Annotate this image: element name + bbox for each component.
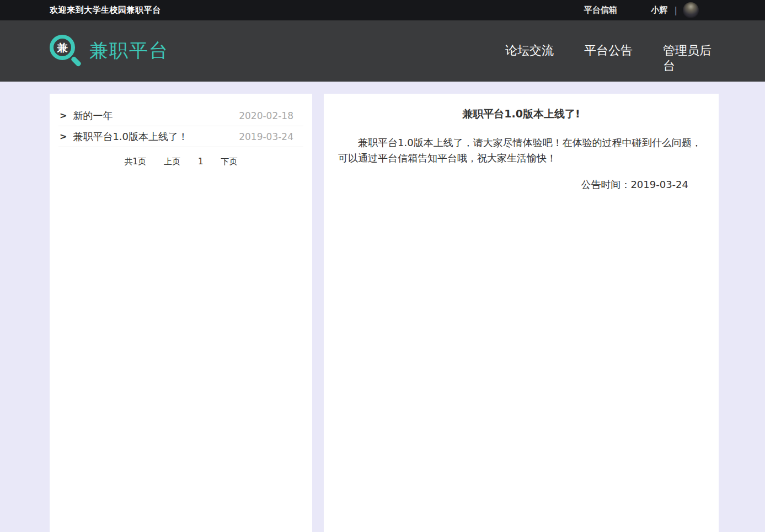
notice-title[interactable]: 兼职平台1.0版本上线了！ bbox=[73, 130, 188, 143]
announcement-time-label: 公告时间： bbox=[581, 179, 630, 190]
magnifier-lens: 兼 bbox=[50, 35, 75, 60]
user-avatar[interactable] bbox=[683, 2, 699, 18]
topbar-user-area: 平台信箱 小辉 | bbox=[584, 2, 699, 18]
announcement-body: 兼职平台1.0版本上线了，请大家尽情体验吧！在体验的过程中碰到什么问题，可以通过… bbox=[338, 135, 704, 166]
notice-date: 2019-03-24 bbox=[239, 131, 293, 142]
announcement-time-value: 2019-03-24 bbox=[630, 179, 688, 190]
notice-list-item[interactable]: > 新的一年 2020-02-18 bbox=[58, 105, 303, 126]
notice-list-item[interactable]: > 兼职平台1.0版本上线了！ 2019-03-24 bbox=[58, 126, 303, 147]
nav-forum[interactable]: 论坛交流 bbox=[505, 43, 558, 58]
announcement-title: 兼职平台1.0版本上线了! bbox=[338, 107, 704, 121]
nav-admin-backend[interactable]: 管理员后台 bbox=[663, 43, 715, 74]
username-link[interactable]: 小辉 bbox=[651, 5, 668, 15]
prev-page-link[interactable]: 上页 bbox=[164, 157, 180, 167]
site-header: 兼 兼职平台 论坛交流 平台公告 管理员后台 bbox=[0, 20, 765, 82]
chevron-right-icon: > bbox=[60, 131, 67, 142]
next-page-link[interactable]: 下页 bbox=[221, 157, 238, 167]
welcome-text: 欢迎来到大学生校园兼职平台 bbox=[50, 5, 161, 15]
notice-title[interactable]: 新的一年 bbox=[73, 109, 113, 122]
main-content: > 新的一年 2020-02-18 > 兼职平台1.0版本上线了！ 2019-0… bbox=[0, 82, 765, 532]
chevron-right-icon: > bbox=[60, 110, 67, 121]
magnifier-handle bbox=[71, 56, 82, 67]
announcement-time: 公告时间：2019-03-24 bbox=[338, 178, 704, 191]
page-total-label: 共1页 bbox=[124, 157, 146, 167]
topbar-divider: | bbox=[675, 5, 677, 15]
notice-date: 2020-02-18 bbox=[239, 110, 293, 121]
pagination: 共1页 上页 1 下页 bbox=[58, 157, 303, 167]
notice-list-panel: > 新的一年 2020-02-18 > 兼职平台1.0版本上线了！ 2019-0… bbox=[50, 94, 312, 532]
site-logo[interactable]: 兼 兼职平台 bbox=[50, 33, 169, 69]
logo-text: 兼职平台 bbox=[89, 38, 169, 63]
topbar: 欢迎来到大学生校园兼职平台 平台信箱 小辉 | bbox=[0, 0, 765, 20]
mailbox-link[interactable]: 平台信箱 bbox=[584, 5, 617, 15]
magnifier-logo-icon: 兼 bbox=[50, 35, 82, 67]
announcement-detail-panel: 兼职平台1.0版本上线了! 兼职平台1.0版本上线了，请大家尽情体验吧！在体验的… bbox=[324, 94, 719, 532]
current-page-link[interactable]: 1 bbox=[198, 157, 204, 167]
main-nav: 论坛交流 平台公告 管理员后台 bbox=[505, 43, 715, 82]
logo-glyph: 兼 bbox=[57, 42, 68, 53]
nav-announcements[interactable]: 平台公告 bbox=[584, 43, 636, 58]
